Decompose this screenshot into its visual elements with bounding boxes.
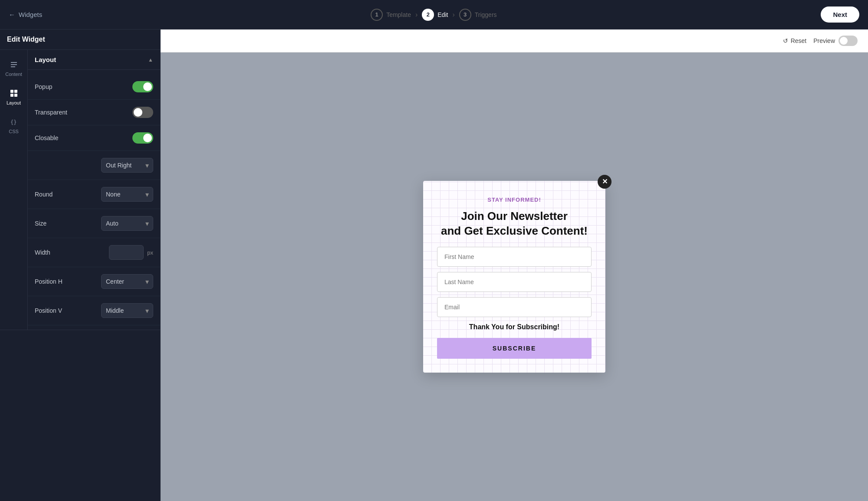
content-icon bbox=[10, 60, 18, 70]
size-select-wrapper: Auto Small Medium Large bbox=[101, 216, 153, 231]
first-name-field[interactable] bbox=[437, 247, 592, 267]
transparent-row: Transparent bbox=[28, 100, 160, 125]
content-label: Content bbox=[5, 72, 22, 77]
step-edit[interactable]: 2 Edit bbox=[422, 9, 448, 21]
px-unit-label: px bbox=[147, 249, 153, 256]
popup-toggle[interactable] bbox=[132, 81, 153, 92]
css-icon: {} bbox=[10, 118, 18, 127]
svg-rect-3 bbox=[14, 94, 17, 97]
popup-title: Join Our Newsletterand Get Exclusive Con… bbox=[437, 209, 592, 239]
round-row: Round None Small Medium Large bbox=[28, 180, 160, 209]
position-h-select[interactable]: Center Left Right bbox=[101, 274, 153, 289]
width-label: Width bbox=[35, 249, 50, 256]
round-select[interactable]: None Small Medium Large bbox=[101, 187, 153, 202]
size-label: Size bbox=[35, 220, 46, 227]
email-field[interactable] bbox=[437, 297, 592, 317]
main-content: Edit Widget Content Layout bbox=[0, 29, 868, 501]
edit-area: ↺ Reset Preview ✕ STAY INFORMED! Join Ou… bbox=[161, 29, 868, 501]
sidebar-item-css[interactable]: {} CSS bbox=[0, 111, 27, 140]
step-3-label: Triggers bbox=[475, 11, 497, 18]
closable-row: Closable bbox=[28, 125, 160, 151]
closable-toggle[interactable] bbox=[132, 132, 153, 144]
popup-row: Popup bbox=[28, 74, 160, 100]
css-label: CSS bbox=[9, 129, 19, 134]
transparent-toggle[interactable] bbox=[132, 107, 153, 118]
position-h-label: Position H bbox=[35, 278, 62, 285]
sidebar-left-icons: Content Layout {} CSS bbox=[0, 50, 28, 330]
reset-label: Reset bbox=[791, 37, 807, 44]
step-template[interactable]: 1 Template bbox=[371, 9, 411, 21]
step-1-circle: 1 bbox=[371, 9, 383, 21]
wizard-steps: 1 Template › 2 Edit › 3 Triggers bbox=[55, 9, 812, 21]
layout-panel-title: Layout ▲ bbox=[28, 50, 160, 70]
width-field[interactable] bbox=[109, 245, 144, 260]
layout-title-text: Layout bbox=[35, 56, 56, 63]
sidebar-main: Layout ▲ Popup Transparent bbox=[28, 50, 160, 330]
position-h-select-wrapper: Center Left Right bbox=[101, 274, 153, 289]
layout-label: Layout bbox=[7, 100, 21, 105]
last-name-field[interactable] bbox=[437, 272, 592, 292]
position-tab-select-wrapper: Out Right Out Left In Right In Left bbox=[101, 158, 153, 173]
next-button[interactable]: Next bbox=[821, 7, 859, 23]
preview-thumb bbox=[840, 37, 848, 45]
back-label: Widgets bbox=[19, 11, 42, 18]
step-2-label: Edit bbox=[437, 11, 448, 18]
step-triggers[interactable]: 3 Triggers bbox=[459, 9, 497, 21]
canvas: ✕ STAY INFORMED! Join Our Newsletterand … bbox=[161, 52, 868, 501]
position-v-select[interactable]: Middle Top Bottom bbox=[101, 303, 153, 318]
popup-label: Popup bbox=[35, 83, 52, 90]
position-v-label: Position V bbox=[35, 307, 62, 314]
size-select[interactable]: Auto Small Medium Large bbox=[101, 216, 153, 231]
round-select-wrapper: None Small Medium Large bbox=[101, 187, 153, 202]
position-tab-select[interactable]: Out Right Out Left In Right In Left bbox=[101, 158, 153, 173]
step-1-label: Template bbox=[386, 11, 411, 18]
step-2-circle: 2 bbox=[422, 9, 434, 21]
sidebar: Edit Widget Content Layout bbox=[0, 29, 161, 501]
step-arrow-1: › bbox=[415, 11, 418, 19]
position-v-select-wrapper: Middle Top Bottom bbox=[101, 303, 153, 318]
subscribe-button[interactable]: SUBSCRIBE bbox=[437, 338, 592, 359]
top-bar: ← Widgets 1 Template › 2 Edit › 3 Trigge… bbox=[0, 0, 868, 29]
popup-form bbox=[437, 247, 592, 317]
reset-icon: ↺ bbox=[783, 37, 788, 44]
sidebar-item-layout[interactable]: Layout bbox=[0, 83, 27, 111]
sidebar-item-content[interactable]: Content bbox=[0, 54, 27, 83]
step-3-circle: 3 bbox=[459, 9, 471, 21]
edit-widget-title: Edit Widget bbox=[0, 29, 160, 50]
transparent-label: Transparent bbox=[35, 109, 67, 116]
size-row: Size Auto Small Medium Large bbox=[28, 209, 160, 238]
sidebar-top: Content Layout {} CSS bbox=[0, 50, 160, 330]
position-v-row: Position V Middle Top Bottom bbox=[28, 296, 160, 325]
width-input-group: px bbox=[109, 245, 153, 260]
preview-label: Preview bbox=[813, 37, 835, 44]
layout-options: Popup Transparent Closable bbox=[28, 70, 160, 330]
preview-toggle-group: Preview bbox=[813, 36, 858, 46]
position-h-row: Position H Center Left Right bbox=[28, 267, 160, 296]
step-arrow-2: › bbox=[452, 11, 454, 19]
popup-close-button[interactable]: ✕ bbox=[598, 175, 612, 189]
closable-label: Closable bbox=[35, 134, 58, 141]
svg-rect-0 bbox=[10, 90, 13, 93]
svg-rect-1 bbox=[14, 90, 17, 93]
back-arrow-icon: ← bbox=[9, 11, 15, 18]
popup-widget: ✕ STAY INFORMED! Join Our Newsletterand … bbox=[423, 181, 605, 373]
svg-rect-2 bbox=[10, 94, 13, 97]
popup-subtitle: STAY INFORMED! bbox=[437, 196, 592, 203]
layout-icon bbox=[10, 89, 18, 98]
width-row: Width px bbox=[28, 238, 160, 267]
back-to-widgets[interactable]: ← Widgets bbox=[9, 11, 42, 18]
edit-toolbar: ↺ Reset Preview bbox=[161, 29, 868, 52]
preview-toggle[interactable] bbox=[838, 36, 858, 46]
collapse-button[interactable]: ▲ bbox=[148, 57, 153, 63]
position-tab-row: Out Right Out Left In Right In Left bbox=[28, 151, 160, 180]
round-label: Round bbox=[35, 191, 53, 198]
popup-thankyou-text: Thank You for Subscribing! bbox=[437, 323, 592, 331]
svg-text:{}: {} bbox=[10, 119, 16, 125]
reset-button[interactable]: ↺ Reset bbox=[783, 37, 807, 44]
